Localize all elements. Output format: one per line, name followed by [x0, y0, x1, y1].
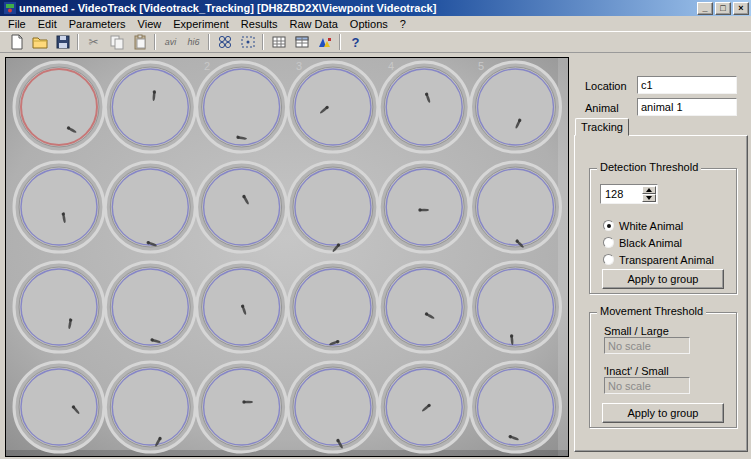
radio-white-animal-label: White Animal — [619, 220, 683, 232]
open-folder-icon — [32, 34, 48, 50]
svg-text:5: 5 — [478, 60, 484, 72]
movement-threshold-group: Movement Threshold Small / Large No scal… — [589, 312, 737, 428]
side-panel: Location c1 Animal animal 1 Tracking Det… — [571, 53, 751, 459]
toolbar-separator — [77, 34, 79, 50]
radio-black-animal[interactable]: Black Animal — [603, 236, 682, 249]
toolbar-separator — [339, 34, 341, 50]
location-label: Location — [585, 80, 627, 92]
toolbar-separator — [154, 34, 156, 50]
new-document-icon — [9, 34, 25, 50]
detection-threshold-group: Detection Threshold 128 White Animal — [589, 168, 737, 294]
titlebar[interactable]: unnamed - VideoTrack [Videotrack_Trackin… — [0, 0, 751, 16]
app-window: unnamed - VideoTrack [Videotrack_Trackin… — [0, 0, 751, 459]
radio-black-animal-label: Black Animal — [619, 237, 682, 249]
location-input[interactable]: c1 — [637, 76, 737, 94]
paste-icon — [132, 34, 148, 50]
wells-grid-button[interactable] — [213, 32, 236, 52]
scale-button[interactable]: hi6 — [182, 32, 205, 52]
help-icon: ? — [352, 35, 360, 50]
menu-options[interactable]: Options — [344, 17, 394, 31]
svg-text:4: 4 — [388, 60, 394, 72]
spinner-up-button[interactable] — [642, 186, 656, 194]
radio-transparent-animal[interactable]: Transparent Animal — [603, 253, 714, 266]
threshold-spinner[interactable]: 128 — [600, 184, 658, 204]
copy-button[interactable] — [105, 32, 128, 52]
menu-file[interactable]: File — [2, 17, 32, 31]
menu-edit[interactable]: Edit — [32, 17, 63, 31]
open-folder-button[interactable] — [28, 32, 51, 52]
maximize-button[interactable]: □ — [715, 2, 731, 15]
help-button[interactable]: ? — [344, 32, 367, 52]
tab-tracking[interactable]: Tracking — [575, 118, 629, 136]
new-document-button[interactable] — [5, 32, 28, 52]
spinner-down-button[interactable] — [642, 194, 656, 202]
detection-apply-to-group-button[interactable]: Apply to group — [602, 269, 724, 289]
menu-help[interactable]: ? — [394, 17, 412, 31]
detection-threshold-group-label: Detection Threshold — [597, 161, 701, 173]
app-icon — [4, 2, 16, 14]
radio-icon — [603, 237, 614, 248]
grid-icon — [271, 34, 287, 50]
save-icon — [55, 34, 71, 50]
menu-parameters[interactable]: Parameters — [63, 17, 132, 31]
client-area: 2345 Location c1 Animal animal 1 Trackin… — [0, 53, 751, 459]
small-large-label: Small / Large — [604, 325, 669, 337]
paste-button[interactable] — [128, 32, 151, 52]
svg-text:3: 3 — [296, 60, 302, 72]
menu-results[interactable]: Results — [235, 17, 284, 31]
threshold-value: 128 — [605, 188, 623, 200]
close-button[interactable]: × — [733, 2, 749, 15]
radio-icon — [603, 254, 614, 265]
copy-icon — [109, 34, 125, 50]
toolbar: ✂ avi hi6 — [0, 31, 751, 53]
scale-icon: hi6 — [187, 37, 199, 47]
animal-input[interactable]: animal 1 — [637, 98, 737, 116]
avi-icon: avi — [165, 37, 177, 47]
table-button[interactable] — [290, 32, 313, 52]
toolbar-separator — [262, 34, 264, 50]
table-icon — [294, 34, 310, 50]
window-title: unnamed - VideoTrack [Videotrack_Trackin… — [19, 2, 693, 14]
menu-view[interactable]: View — [132, 17, 168, 31]
chevron-down-icon — [646, 196, 652, 200]
tracking-tab-page: Detection Threshold 128 White Animal — [574, 135, 748, 452]
menu-raw-data[interactable]: Raw Data — [284, 17, 344, 31]
chevron-up-icon — [646, 188, 652, 192]
selection-marquee-button[interactable] — [236, 32, 259, 52]
well-plate-svg: 2345 — [6, 58, 568, 456]
window-controls: _ □ × — [697, 2, 749, 15]
grid-button[interactable] — [267, 32, 290, 52]
spinner-buttons — [642, 186, 656, 202]
tab-tracking-label: Tracking — [581, 121, 623, 133]
small-large-input[interactable]: No scale — [604, 337, 690, 354]
palette-button[interactable] — [313, 32, 336, 52]
menubar: File Edit Parameters View Experiment Res… — [0, 16, 751, 31]
animal-label: Animal — [585, 102, 619, 114]
minimize-button[interactable]: _ — [697, 2, 713, 15]
movement-threshold-group-label: Movement Threshold — [597, 305, 706, 317]
plate-video-image[interactable]: 2345 — [5, 57, 569, 457]
inact-small-label: 'Inact' / Small — [604, 365, 669, 377]
radio-white-animal[interactable]: White Animal — [603, 219, 683, 232]
toolbar-separator — [208, 34, 210, 50]
cut-button[interactable]: ✂ — [82, 32, 105, 52]
radio-icon — [603, 220, 614, 231]
radio-transparent-animal-label: Transparent Animal — [619, 254, 714, 266]
svg-text:2: 2 — [204, 60, 210, 72]
wells-grid-icon — [217, 34, 233, 50]
cut-icon: ✂ — [88, 35, 98, 49]
palette-icon — [317, 34, 333, 50]
inact-small-input[interactable]: No scale — [604, 377, 690, 394]
movement-apply-to-group-button[interactable]: Apply to group — [602, 403, 724, 423]
selection-marquee-icon — [240, 34, 256, 50]
avi-button[interactable]: avi — [159, 32, 182, 52]
menu-experiment[interactable]: Experiment — [167, 17, 235, 31]
save-button[interactable] — [51, 32, 74, 52]
